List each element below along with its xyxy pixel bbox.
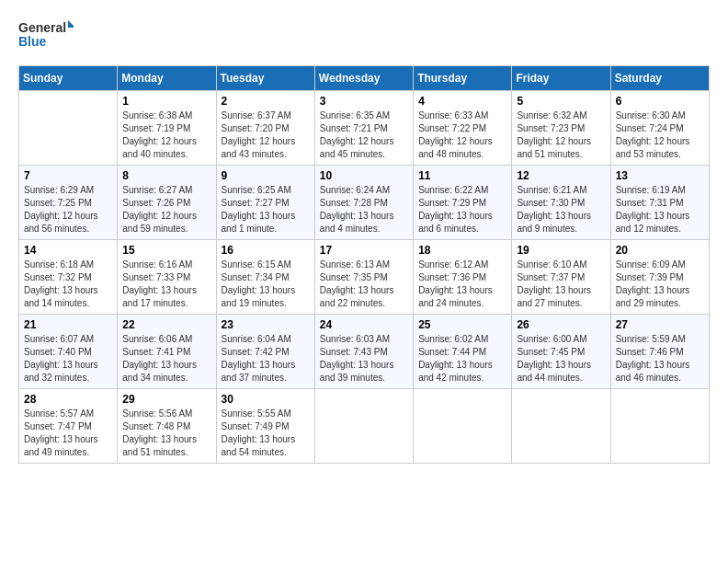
calendar-week-row: 28 Sunrise: 5:57 AM Sunset: 7:47 PM Dayl… xyxy=(19,389,710,464)
sunrise-text: Sunrise: 6:27 AM xyxy=(122,185,192,195)
calendar-day-cell: 14 Sunrise: 6:18 AM Sunset: 7:32 PM Dayl… xyxy=(19,240,118,315)
sunset-text: Sunset: 7:49 PM xyxy=(222,421,290,431)
weekday-header: Monday xyxy=(118,66,216,91)
calendar-day-cell: 8 Sunrise: 6:27 AM Sunset: 7:26 PM Dayli… xyxy=(118,166,216,240)
day-number: 17 xyxy=(320,244,408,257)
day-number: 11 xyxy=(418,169,506,182)
sunset-text: Sunset: 7:21 PM xyxy=(320,123,388,133)
daylight-text: Daylight: 12 hours and 59 minutes. xyxy=(122,211,197,234)
day-info: Sunrise: 6:22 AM Sunset: 7:29 PM Dayligh… xyxy=(418,184,506,236)
daylight-text: Daylight: 13 hours and 17 minutes. xyxy=(122,285,197,308)
calendar-day-cell: 17 Sunrise: 6:13 AM Sunset: 7:35 PM Dayl… xyxy=(314,240,413,315)
day-number: 13 xyxy=(616,169,704,182)
day-info: Sunrise: 6:24 AM Sunset: 7:28 PM Dayligh… xyxy=(320,184,408,236)
day-info: Sunrise: 6:19 AM Sunset: 7:31 PM Dayligh… xyxy=(616,184,704,236)
sunset-text: Sunset: 7:31 PM xyxy=(616,198,684,208)
sunrise-text: Sunrise: 6:25 AM xyxy=(222,185,291,195)
calendar-table: SundayMondayTuesdayWednesdayThursdayFrid… xyxy=(18,65,710,464)
calendar-day-cell: 6 Sunrise: 6:30 AM Sunset: 7:24 PM Dayli… xyxy=(610,91,709,166)
day-info: Sunrise: 5:57 AM Sunset: 7:47 PM Dayligh… xyxy=(24,408,112,459)
day-info: Sunrise: 6:16 AM Sunset: 7:33 PM Dayligh… xyxy=(122,259,210,310)
day-info: Sunrise: 6:00 AM Sunset: 7:45 PM Dayligh… xyxy=(517,333,605,385)
day-number: 28 xyxy=(24,393,112,406)
day-number: 10 xyxy=(320,169,408,182)
sunset-text: Sunset: 7:43 PM xyxy=(320,347,388,357)
sunset-text: Sunset: 7:35 PM xyxy=(320,272,388,282)
calendar-day-cell: 30 Sunrise: 5:55 AM Sunset: 7:49 PM Dayl… xyxy=(216,389,314,464)
day-info: Sunrise: 6:21 AM Sunset: 7:30 PM Dayligh… xyxy=(517,184,605,236)
day-number: 20 xyxy=(616,244,704,257)
day-number: 26 xyxy=(517,318,605,331)
day-info: Sunrise: 6:12 AM Sunset: 7:36 PM Dayligh… xyxy=(418,259,506,310)
sunset-text: Sunset: 7:32 PM xyxy=(24,272,92,282)
sunrise-text: Sunrise: 6:03 AM xyxy=(320,334,390,344)
day-info: Sunrise: 5:55 AM Sunset: 7:49 PM Dayligh… xyxy=(222,408,310,459)
calendar-day-cell xyxy=(512,389,610,464)
daylight-text: Daylight: 13 hours and 6 minutes. xyxy=(418,211,493,234)
calendar-day-cell: 7 Sunrise: 6:29 AM Sunset: 7:25 PM Dayli… xyxy=(19,166,118,240)
day-info: Sunrise: 6:25 AM Sunset: 7:27 PM Dayligh… xyxy=(222,184,310,236)
day-number: 9 xyxy=(222,169,310,182)
calendar-day-cell: 24 Sunrise: 6:03 AM Sunset: 7:43 PM Dayl… xyxy=(314,315,413,389)
daylight-text: Daylight: 13 hours and 51 minutes. xyxy=(122,434,197,457)
weekday-header: Thursday xyxy=(414,66,512,91)
sunrise-text: Sunrise: 6:29 AM xyxy=(24,185,94,195)
daylight-text: Daylight: 12 hours and 48 minutes. xyxy=(418,136,493,159)
sunrise-text: Sunrise: 6:06 AM xyxy=(122,334,192,344)
day-info: Sunrise: 6:13 AM Sunset: 7:35 PM Dayligh… xyxy=(320,259,408,310)
daylight-text: Daylight: 13 hours and 46 minutes. xyxy=(616,360,690,383)
calendar-day-cell: 9 Sunrise: 6:25 AM Sunset: 7:27 PM Dayli… xyxy=(216,166,314,240)
sunset-text: Sunset: 7:48 PM xyxy=(122,421,190,431)
day-info: Sunrise: 6:27 AM Sunset: 7:26 PM Dayligh… xyxy=(122,184,210,236)
sunset-text: Sunset: 7:25 PM xyxy=(24,198,92,208)
day-info: Sunrise: 6:33 AM Sunset: 7:22 PM Dayligh… xyxy=(418,109,506,161)
sunrise-text: Sunrise: 6:30 AM xyxy=(616,110,686,121)
day-info: Sunrise: 6:02 AM Sunset: 7:44 PM Dayligh… xyxy=(418,333,506,385)
sunset-text: Sunset: 7:41 PM xyxy=(122,347,190,357)
sunset-text: Sunset: 7:36 PM xyxy=(418,272,486,282)
calendar-day-cell: 26 Sunrise: 6:00 AM Sunset: 7:45 PM Dayl… xyxy=(512,315,610,389)
sunset-text: Sunset: 7:42 PM xyxy=(222,347,290,357)
day-info: Sunrise: 5:59 AM Sunset: 7:46 PM Dayligh… xyxy=(616,333,704,385)
day-number: 16 xyxy=(222,244,310,257)
logo-icon: General Blue xyxy=(18,18,74,51)
daylight-text: Daylight: 13 hours and 12 minutes. xyxy=(616,211,690,234)
sunrise-text: Sunrise: 5:55 AM xyxy=(222,408,291,419)
day-number: 30 xyxy=(222,393,310,406)
sunrise-text: Sunrise: 5:57 AM xyxy=(24,408,94,419)
sunrise-text: Sunrise: 6:35 AM xyxy=(320,110,390,121)
day-number: 27 xyxy=(616,318,704,331)
day-info: Sunrise: 5:56 AM Sunset: 7:48 PM Dayligh… xyxy=(122,408,210,459)
daylight-text: Daylight: 13 hours and 54 minutes. xyxy=(222,434,296,457)
sunrise-text: Sunrise: 6:16 AM xyxy=(122,259,192,270)
calendar-day-cell: 27 Sunrise: 5:59 AM Sunset: 7:46 PM Dayl… xyxy=(610,315,709,389)
sunset-text: Sunset: 7:45 PM xyxy=(517,347,585,357)
sunset-text: Sunset: 7:44 PM xyxy=(418,347,486,357)
calendar-day-cell: 2 Sunrise: 6:37 AM Sunset: 7:20 PM Dayli… xyxy=(216,91,314,166)
calendar-day-cell: 5 Sunrise: 6:32 AM Sunset: 7:23 PM Dayli… xyxy=(512,91,610,166)
sunrise-text: Sunrise: 6:21 AM xyxy=(517,185,586,195)
calendar-day-cell: 13 Sunrise: 6:19 AM Sunset: 7:31 PM Dayl… xyxy=(610,166,709,240)
sunrise-text: Sunrise: 6:18 AM xyxy=(24,259,94,270)
daylight-text: Daylight: 13 hours and 27 minutes. xyxy=(517,285,591,308)
sunset-text: Sunset: 7:19 PM xyxy=(122,123,190,133)
calendar-day-cell: 19 Sunrise: 6:10 AM Sunset: 7:37 PM Dayl… xyxy=(512,240,610,315)
calendar-day-cell: 28 Sunrise: 5:57 AM Sunset: 7:47 PM Dayl… xyxy=(19,389,118,464)
daylight-text: Daylight: 13 hours and 34 minutes. xyxy=(122,360,197,383)
day-info: Sunrise: 6:37 AM Sunset: 7:20 PM Dayligh… xyxy=(222,109,310,161)
daylight-text: Daylight: 13 hours and 32 minutes. xyxy=(24,360,98,383)
calendar-day-cell xyxy=(610,389,709,464)
calendar-day-cell: 22 Sunrise: 6:06 AM Sunset: 7:41 PM Dayl… xyxy=(118,315,216,389)
sunset-text: Sunset: 7:33 PM xyxy=(122,272,190,282)
day-number: 21 xyxy=(24,318,112,331)
daylight-text: Daylight: 12 hours and 43 minutes. xyxy=(222,136,296,159)
calendar-week-row: 14 Sunrise: 6:18 AM Sunset: 7:32 PM Dayl… xyxy=(19,240,710,315)
day-info: Sunrise: 6:06 AM Sunset: 7:41 PM Dayligh… xyxy=(122,333,210,385)
daylight-text: Daylight: 12 hours and 40 minutes. xyxy=(122,136,197,159)
daylight-text: Daylight: 13 hours and 49 minutes. xyxy=(24,434,98,457)
sunset-text: Sunset: 7:22 PM xyxy=(418,123,486,133)
sunset-text: Sunset: 7:24 PM xyxy=(616,123,684,133)
day-info: Sunrise: 6:18 AM Sunset: 7:32 PM Dayligh… xyxy=(24,259,112,310)
daylight-text: Daylight: 13 hours and 22 minutes. xyxy=(320,285,394,308)
daylight-text: Daylight: 12 hours and 53 minutes. xyxy=(616,136,690,159)
